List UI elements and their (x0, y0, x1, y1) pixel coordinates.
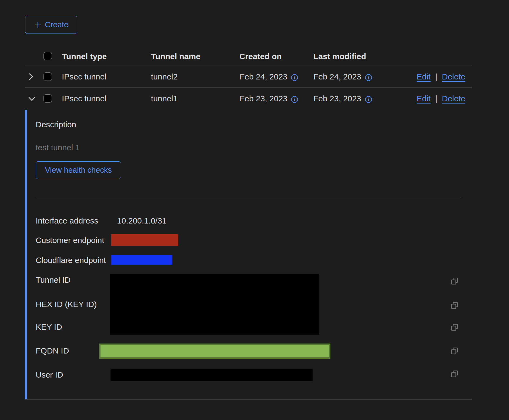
field-label-user-id: User ID (36, 370, 63, 380)
info-icon[interactable] (365, 96, 372, 103)
chevron-right-icon[interactable] (29, 73, 34, 81)
delete-link-tunnel1[interactable]: Delete (442, 94, 466, 104)
user-id-redaction (110, 369, 313, 381)
field-label-fqdn-id: FQDN ID (36, 346, 69, 356)
field-label-cloudflare-endpoint: Cloudflare endpoint (36, 255, 106, 265)
create-button-label: Create (45, 20, 68, 29)
info-icon[interactable] (291, 74, 298, 81)
cloudflare-endpoint-redaction (111, 255, 172, 265)
copy-icon-hex-id[interactable] (451, 302, 458, 309)
row-divider (25, 87, 472, 88)
info-icon[interactable] (291, 96, 298, 103)
cell-tunnel-name: tunnel1 (151, 94, 178, 104)
field-value-interface-address: 10.200.1.0/31 (117, 216, 167, 226)
edit-link-tunnel2[interactable]: Edit (417, 72, 431, 82)
cell-created-on: Feb 24, 2023 (240, 72, 287, 82)
field-label-customer-endpoint: Customer endpoint (36, 235, 104, 245)
description-value: test tunnel 1 (36, 142, 80, 153)
plus-icon (34, 21, 42, 29)
col-header-last-modified: Last modified (313, 51, 366, 62)
cell-tunnel-type: IPsec tunnel (62, 94, 106, 104)
col-header-tunnel-name: Tunnel name (151, 51, 200, 62)
copy-icon-fqdn-id[interactable] (451, 347, 458, 355)
customer-endpoint-redaction (111, 234, 178, 246)
field-label-key-id: KEY ID (36, 322, 62, 332)
table-bottom-divider (25, 399, 472, 400)
row-checkbox-tunnel2[interactable] (43, 72, 52, 81)
fqdn-id-redaction (99, 344, 330, 359)
row-checkbox-tunnel1[interactable] (43, 94, 52, 103)
edit-link-tunnel1[interactable]: Edit (417, 94, 431, 104)
col-header-created-on: Created on (239, 51, 282, 62)
section-divider (36, 197, 461, 197)
action-separator: | (435, 94, 437, 104)
header-divider (25, 65, 472, 65)
col-header-tunnel-type: Tunnel type (62, 51, 107, 62)
field-label-hex-id: HEX ID (KEY ID) (36, 299, 97, 309)
expanded-row-accent-bar (25, 110, 27, 399)
field-label-interface-address: Interface address (36, 216, 98, 226)
cell-last-modified: Feb 24, 2023 (313, 72, 361, 82)
copy-icon-tunnel-id[interactable] (451, 278, 458, 285)
cell-tunnel-type: IPsec tunnel (62, 72, 106, 82)
chevron-down-icon[interactable] (28, 96, 36, 101)
delete-link-tunnel2[interactable]: Delete (442, 72, 466, 82)
cell-last-modified: Feb 23, 2023 (313, 94, 361, 104)
select-all-checkbox[interactable] (43, 52, 52, 60)
copy-icon-key-id[interactable] (451, 324, 458, 331)
create-button[interactable]: Create (25, 16, 77, 34)
cell-created-on: Feb 23, 2023 (240, 94, 287, 104)
copy-icon-user-id[interactable] (451, 370, 458, 378)
cell-tunnel-name: tunnel2 (151, 72, 178, 82)
field-label-tunnel-id: Tunnel ID (36, 275, 71, 285)
info-icon[interactable] (365, 74, 372, 81)
action-separator: | (435, 72, 437, 82)
description-label: Description (36, 119, 76, 130)
tunnel-id-redaction (110, 274, 319, 335)
view-health-checks-button[interactable]: View health checks (36, 161, 121, 179)
